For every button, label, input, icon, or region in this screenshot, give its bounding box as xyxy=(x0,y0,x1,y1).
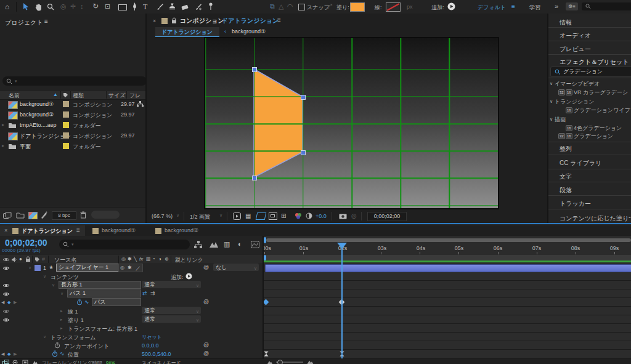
panel-tab-effects-presets[interactable]: エフェクト＆プリセット xyxy=(560,58,629,67)
property-row-rectangle[interactable]: ∨ 長方形 1 通常∨ xyxy=(0,281,263,289)
transform-box-icon[interactable] xyxy=(22,360,28,364)
exposure-icon[interactable] xyxy=(306,212,312,219)
stopwatch-icon[interactable] xyxy=(76,299,83,305)
fill-label[interactable]: 塗り: xyxy=(336,4,349,12)
breadcrumb-other-label[interactable]: background① xyxy=(232,28,266,34)
timeline-zoom-slider[interactable] xyxy=(276,362,303,363)
brush-tool-icon[interactable] xyxy=(157,3,164,10)
stroke-label[interactable]: 線: xyxy=(375,4,382,12)
timeline-tab-label[interactable]: ドアトランジション xyxy=(22,227,73,235)
effects-group-label[interactable]: トランジション xyxy=(555,98,594,106)
clone-stamp-tool-icon[interactable] xyxy=(169,3,176,10)
workspace-overflow[interactable]: » xyxy=(555,2,558,10)
effect-item[interactable]: グラデーション xyxy=(574,132,613,140)
twirl-down-icon[interactable]: ∨ xyxy=(43,334,46,339)
eraser-tool-icon[interactable] xyxy=(181,4,189,10)
path-merge-icon[interactable]: ⇉ xyxy=(150,290,155,296)
dolly-camera-tool-icon[interactable]: ↕ xyxy=(80,2,84,10)
label-chip[interactable] xyxy=(63,101,69,107)
reset-link[interactable]: リセット xyxy=(142,334,162,341)
adjust-wand-icon[interactable] xyxy=(41,211,47,219)
property-row-contents[interactable]: ∨ コンテンツ 追加: xyxy=(0,272,263,281)
twirl-right-icon[interactable]: ▸ xyxy=(60,309,63,313)
property-row-path[interactable]: ◀ ◆ ▶ ∿ パス @ xyxy=(0,298,263,307)
pickwhip-icon[interactable]: @ xyxy=(203,299,209,305)
eye-icon[interactable] xyxy=(2,265,10,271)
property-row-fill[interactable]: ▸ 塗り 1 通常∨ xyxy=(0,315,263,324)
eye-icon[interactable] xyxy=(2,317,10,323)
stroke-swatch[interactable] xyxy=(386,2,401,12)
zoom-in-mountain-icon[interactable] xyxy=(307,360,314,364)
property-row-transform[interactable]: ∨ トランスフォーム リセット xyxy=(0,333,263,341)
effects-group-label[interactable]: イマーシブビデオ xyxy=(555,80,600,88)
twirl-right-icon[interactable]: ▸ xyxy=(60,326,63,331)
time-ruler-area[interactable]: 0:00s 01s 02s 03s 04s 05s 06s 07s 08s 09… xyxy=(264,236,631,263)
project-row[interactable]: background② コンポジション 29.97 xyxy=(0,110,145,120)
region-of-interest-icon[interactable] xyxy=(256,212,267,220)
motion-blur-icon[interactable]: ◐ xyxy=(238,240,242,248)
track-area[interactable] xyxy=(264,263,631,359)
keyframe-prev-icon[interactable]: ◀ xyxy=(1,300,4,305)
project-row[interactable]: background① コンポジション 29.97 xyxy=(0,99,145,110)
mask-feather-icon[interactable]: ⧉ xyxy=(270,2,275,10)
graph-toggle-icon[interactable]: ∿ xyxy=(84,299,89,305)
effects-group[interactable]: ∨ xyxy=(550,80,553,86)
interpret-footage-icon[interactable] xyxy=(3,212,12,219)
eye-icon[interactable] xyxy=(2,283,10,288)
stopwatch-icon[interactable] xyxy=(54,342,60,349)
search-settings-box[interactable]: ⚙≡ xyxy=(566,2,578,10)
time-navigator-start-handle[interactable] xyxy=(264,237,266,243)
timeline-split-divider[interactable] xyxy=(263,236,264,359)
rectangle-name-box[interactable]: 長方形 1 xyxy=(59,281,141,289)
mask-visibility-icon[interactable] xyxy=(269,212,277,220)
effects-group-label[interactable]: 描画 xyxy=(555,116,566,124)
path-group-name-box[interactable]: パス 1 xyxy=(67,289,141,297)
fill-swatch[interactable] xyxy=(350,2,365,12)
panel-tab-align[interactable]: 整列 xyxy=(560,145,572,153)
project-row[interactable]: ▸ tmpAEto....aep フォルダー xyxy=(0,120,145,131)
effect-item[interactable]: グラデーションワイプ xyxy=(574,107,630,115)
layer-name-field[interactable]: シェイプレイヤー 1 xyxy=(56,264,120,272)
render-time-icon[interactable] xyxy=(32,360,38,364)
label-chip[interactable] xyxy=(63,122,69,128)
trash-icon[interactable] xyxy=(80,211,86,219)
new-folder-icon[interactable] xyxy=(16,212,25,219)
lock-icon[interactable] xyxy=(171,17,177,24)
frame-blending-icon[interactable]: ▥ xyxy=(224,240,230,248)
pen-tool-icon[interactable] xyxy=(132,2,137,10)
panel-tab-content-aware-fill[interactable]: コンテンツに応じた塗りつぶし xyxy=(560,214,631,223)
exposure-value[interactable]: +0.0 xyxy=(316,213,327,219)
property-row-path-group[interactable]: ∨ パス 1 ⇄ ⇉ xyxy=(0,289,263,298)
switches-modes-toggle[interactable]: スイッチ / モード xyxy=(142,360,181,364)
snap-options-icon[interactable]: ⤢ xyxy=(327,2,332,10)
eye-icon[interactable] xyxy=(2,291,10,297)
effects-group[interactable]: ∨ xyxy=(550,116,553,122)
viewer-tab-comp-name[interactable]: ドアトランジション xyxy=(222,17,279,25)
effect-item[interactable]: 4色グラデーション xyxy=(574,124,622,132)
sort-arrow-icon[interactable]: ▲ xyxy=(53,92,58,97)
keyframe-next-icon[interactable]: ▶ xyxy=(14,352,17,357)
vertex-handle[interactable] xyxy=(301,95,306,100)
rotate-tool-icon[interactable]: ↻ xyxy=(92,2,99,10)
composition-mini-flowchart-icon[interactable] xyxy=(194,241,202,248)
vertex-handle[interactable] xyxy=(301,150,306,155)
snapshot-camera-icon[interactable] xyxy=(339,213,347,219)
snap-checkbox[interactable] xyxy=(298,4,305,10)
label-chip[interactable] xyxy=(63,132,69,139)
twirl-down-icon[interactable]: ∨ xyxy=(28,265,31,270)
property-row-stroke[interactable]: ▸ 線 1 通常∨ xyxy=(0,307,263,315)
pan-camera-tool-icon[interactable]: ✛ xyxy=(70,2,76,10)
workspace-learn[interactable]: 学習 xyxy=(529,4,540,12)
help-search-field[interactable] xyxy=(582,2,631,10)
effects-search-field[interactable]: グラデーション xyxy=(550,67,631,77)
graph-toggle-icon[interactable]: ∿ xyxy=(60,350,65,357)
keyframe-add-icon[interactable]: ◆ xyxy=(7,300,10,305)
vertex-handle[interactable] xyxy=(252,67,257,72)
keyframe-add-icon[interactable]: ◆ xyxy=(7,352,10,357)
panel-tab-audio[interactable]: オーディオ xyxy=(560,31,591,40)
blend-mode-dropdown[interactable]: 通常∨ xyxy=(142,307,201,314)
path-name-box[interactable]: パス xyxy=(92,298,141,306)
orbit-camera-tool-icon[interactable]: ◎ xyxy=(60,2,67,10)
project-panel-title[interactable]: プロジェクト xyxy=(5,18,43,27)
layer-switches-box[interactable]: ◎ ✱ ／ xyxy=(118,264,143,272)
